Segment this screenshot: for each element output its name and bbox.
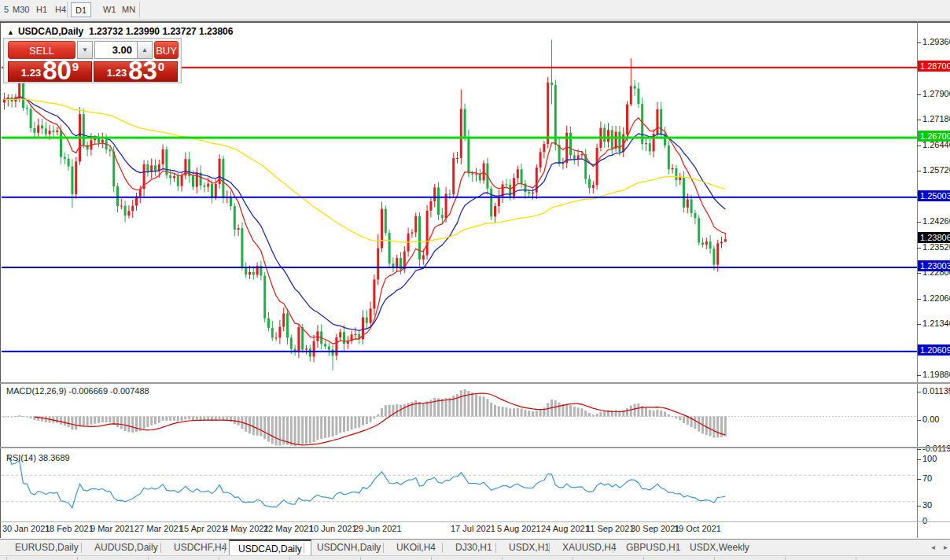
moving-average-10 bbox=[5, 96, 726, 344]
price-tick-label: 1.21340 bbox=[922, 319, 950, 328]
rsi-panel-divider[interactable] bbox=[0, 447, 950, 448]
timeframe-button-h1[interactable]: H1 bbox=[32, 2, 51, 17]
chart-tab-usdcad-daily[interactable]: USDCAD,Daily bbox=[229, 540, 311, 556]
sell-price-tile[interactable]: 1.23 80 9 bbox=[8, 61, 92, 82]
timeframe-button-m30[interactable]: M30 bbox=[9, 2, 33, 17]
macd-histogram-bar bbox=[332, 417, 334, 437]
macd-panel-divider[interactable] bbox=[0, 382, 950, 384]
macd-histogram-bar bbox=[169, 417, 171, 422]
tabs-scroll-right-icon[interactable]: ▸ bbox=[944, 543, 948, 551]
macd-histogram-bar bbox=[131, 417, 134, 433]
buy-price-prefix: 1.23 bbox=[107, 67, 127, 79]
strip-tick bbox=[6, 557, 7, 560]
candle-body bbox=[18, 82, 20, 97]
strip-tick bbox=[360, 557, 361, 560]
candle-body bbox=[694, 213, 696, 218]
candle-wick bbox=[333, 345, 333, 370]
macd-histogram-bar bbox=[120, 417, 123, 429]
macd-histogram-bar bbox=[687, 417, 689, 426]
macd-histogram-bar bbox=[502, 407, 504, 416]
tab-scroll-strip[interactable] bbox=[0, 555, 950, 560]
macd-histogram-bar bbox=[679, 417, 681, 421]
candle-body bbox=[471, 174, 473, 175]
timeframe-button-mn[interactable]: MN bbox=[118, 2, 139, 17]
rsi-tick-label: 0 bbox=[922, 516, 927, 525]
candle-body bbox=[675, 168, 677, 180]
x-axis-date: 22 May 2021 bbox=[263, 524, 314, 533]
buy-button[interactable]: BUY bbox=[154, 41, 179, 59]
tabs-scroll-left-icon[interactable]: ◂ bbox=[931, 543, 935, 551]
chart-tab-gbpusd-h1[interactable]: GBPUSD,H1 bbox=[617, 540, 689, 555]
price-tick bbox=[917, 94, 921, 95]
candle-body bbox=[154, 165, 156, 171]
macd-histogram-bar bbox=[513, 408, 515, 416]
tab-separator bbox=[613, 543, 613, 553]
volume-decrease-button[interactable]: ▼ bbox=[77, 41, 93, 59]
timeframe-button-d1[interactable]: D1 bbox=[71, 2, 91, 17]
price-tick-label: 1.22060 bbox=[922, 293, 950, 303]
x-axis-date: 30 Jan 2021 bbox=[2, 524, 50, 533]
rsi-tick bbox=[917, 479, 921, 480]
chart-tab-dj30-h1[interactable]: DJ30,H1 bbox=[447, 540, 501, 555]
chart-tab-ukoil-h4[interactable]: UKOil,H4 bbox=[388, 540, 444, 555]
macd-histogram-bar bbox=[75, 417, 77, 430]
horizontal-level-line bbox=[2, 267, 918, 268]
macd-histogram-bar bbox=[630, 406, 632, 417]
macd-histogram-bar bbox=[358, 417, 360, 428]
macd-histogram-bar bbox=[83, 417, 85, 426]
current-price-tag: 1.23806 bbox=[918, 232, 950, 243]
candle-body bbox=[169, 175, 171, 179]
chart-tab-audusd-daily[interactable]: AUDUSD,Daily bbox=[86, 540, 167, 555]
candle-body bbox=[366, 318, 368, 323]
chart-tab-usdcnh-daily[interactable]: USDCNH,Daily bbox=[308, 540, 389, 555]
candle-body bbox=[569, 133, 572, 156]
tab-separator bbox=[383, 543, 384, 553]
macd-histogram-bar bbox=[562, 404, 564, 416]
macd-histogram-bar bbox=[79, 417, 81, 427]
candle-body bbox=[26, 108, 28, 109]
macd-histogram-bar bbox=[286, 417, 289, 445]
macd-histogram-bar bbox=[294, 417, 296, 447]
tab-separator bbox=[549, 543, 550, 553]
macd-histogram-bar bbox=[724, 417, 727, 437]
candle-body bbox=[532, 193, 534, 193]
macd-histogram-bar bbox=[521, 409, 523, 417]
macd-histogram-bar bbox=[196, 417, 198, 420]
x-axis-date: 11 Sep 2021 bbox=[586, 524, 635, 533]
price-tick bbox=[917, 171, 921, 171]
candle-body bbox=[286, 314, 289, 338]
candle-body bbox=[668, 146, 670, 169]
chart-tab-xauusd-h4[interactable]: XAUUSD,H4 bbox=[554, 540, 625, 555]
candle-body bbox=[460, 109, 462, 157]
buy-price-tile[interactable]: 1.23 83 0 bbox=[94, 61, 178, 82]
candle-body bbox=[339, 332, 341, 337]
macd-histogram-bar bbox=[592, 414, 595, 416]
macd-histogram-bar bbox=[354, 417, 356, 429]
chart-tab-eurusd-daily[interactable]: EURUSD,Daily bbox=[6, 540, 87, 555]
collapse-panel-icon[interactable]: ▲ bbox=[7, 28, 14, 36]
chart-area[interactable]: ▲USDCAD,Daily 1.23732 1.23990 1.23727 1.… bbox=[0, 21, 950, 538]
candle-body bbox=[124, 206, 127, 216]
candle-body bbox=[305, 348, 307, 349]
macd-histogram-bar bbox=[22, 416, 24, 417]
candle-body bbox=[211, 183, 213, 197]
macd-histogram-bar bbox=[615, 410, 617, 416]
candle-body bbox=[573, 155, 576, 159]
macd-histogram-bar bbox=[11, 417, 13, 418]
candle-body bbox=[22, 82, 24, 108]
chart-tab-usdx-weekly[interactable]: USDX,Weekly bbox=[681, 540, 758, 555]
candle-body bbox=[64, 157, 66, 159]
level-price-tag: 1.26700 bbox=[918, 131, 950, 142]
timeframe-button-w1[interactable]: W1 bbox=[99, 2, 120, 17]
candle-body bbox=[335, 337, 337, 356]
macd-histogram-bar bbox=[596, 414, 598, 417]
level-price-tag: 1.28700 bbox=[918, 61, 950, 72]
macd-histogram-bar bbox=[98, 417, 100, 423]
candle-body bbox=[271, 328, 274, 337]
candle-wick bbox=[276, 332, 277, 341]
macd-histogram-bar bbox=[347, 417, 349, 432]
candle-body bbox=[282, 314, 285, 327]
price-chart-canvas[interactable] bbox=[1, 23, 950, 540]
candle-body bbox=[309, 348, 311, 356]
macd-histogram-bar bbox=[705, 417, 708, 435]
